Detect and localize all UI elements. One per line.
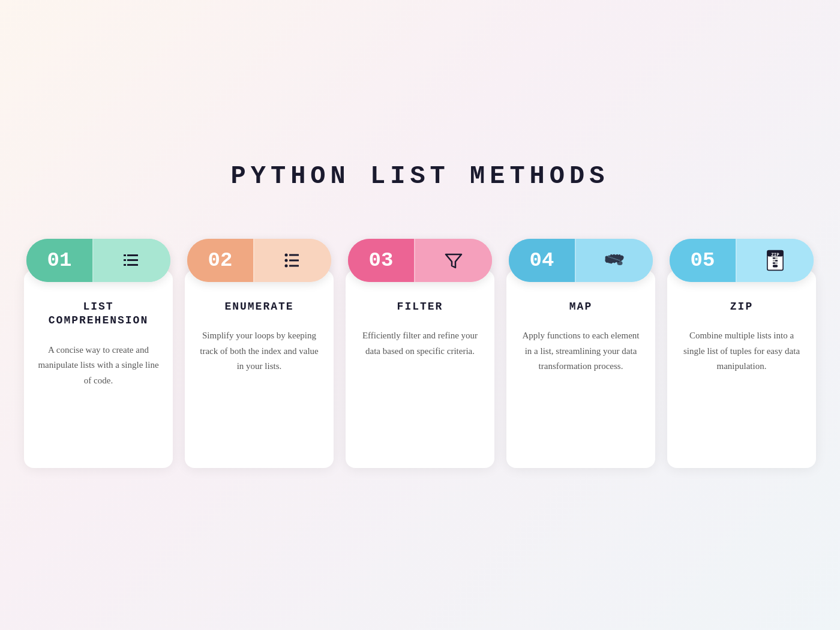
- card-title-4: MAP: [569, 300, 592, 314]
- svg-point-10: [285, 265, 288, 268]
- filter-icon: [415, 239, 492, 282]
- svg-rect-1: [127, 254, 138, 256]
- cards-section: 01 LISTCOMPREHENSION A concise way to cr…: [24, 239, 816, 468]
- svg-point-8: [285, 259, 288, 262]
- card-zip: 05 ZIP ZIP: [667, 239, 816, 468]
- svg-point-12: [617, 261, 623, 265]
- card-title-5: ZIP: [730, 300, 753, 314]
- badge-number-4: 04: [509, 239, 575, 282]
- enumerate-icon: [254, 239, 331, 282]
- card-desc-4: Apply functions to each element in a lis…: [518, 328, 643, 374]
- svg-rect-21: [775, 262, 778, 263]
- card-list-comprehension: 01 LISTCOMPREHENSION A concise way to cr…: [24, 239, 173, 468]
- svg-rect-16: [773, 257, 775, 259]
- card-title-3: FILTER: [397, 300, 443, 314]
- svg-rect-18: [773, 260, 775, 261]
- svg-rect-9: [289, 260, 299, 262]
- card-filter: 03 FILTER Efficiently filter and refine …: [346, 239, 494, 468]
- badge-3: 03: [348, 239, 492, 282]
- svg-text:ZIP: ZIP: [771, 252, 779, 257]
- list-icon: [94, 239, 170, 282]
- badge-2: 02: [187, 239, 331, 282]
- card-enumerate: 02 ENUMERATE Simplify your loops by keep…: [185, 239, 334, 468]
- card-box-4: MAP Apply functions to each element in a…: [506, 270, 655, 468]
- svg-point-6: [285, 254, 288, 257]
- map-icon: [576, 239, 653, 282]
- badge-number-2: 02: [187, 239, 253, 282]
- card-box-3: FILTER Efficiently filter and refine you…: [346, 270, 494, 468]
- svg-rect-5: [127, 264, 138, 266]
- badge-number-3: 03: [348, 239, 414, 282]
- card-desc-3: Efficiently filter and refine your data …: [358, 328, 482, 359]
- card-title-2: ENUMERATE: [224, 300, 293, 314]
- svg-rect-17: [775, 257, 778, 259]
- svg-rect-7: [289, 254, 299, 256]
- badge-number-1: 01: [26, 239, 92, 282]
- svg-rect-11: [289, 265, 299, 267]
- card-box-1: LISTCOMPREHENSION A concise way to creat…: [24, 270, 173, 468]
- svg-rect-19: [775, 260, 778, 261]
- badge-number-5: 05: [670, 239, 736, 282]
- card-box-2: ENUMERATE Simplify your loops by keeping…: [185, 270, 334, 468]
- page-title: PYTHON LIST METHODS: [231, 162, 610, 191]
- card-box-5: ZIP Combine multiple lists into a single…: [667, 270, 816, 468]
- svg-rect-3: [127, 259, 138, 261]
- zip-icon: ZIP: [737, 239, 814, 282]
- card-map: 04 MAP Apply functions to each element i…: [506, 239, 655, 468]
- badge-5: 05 ZIP: [670, 239, 814, 282]
- badge-4: 04: [509, 239, 653, 282]
- svg-rect-2: [124, 259, 126, 261]
- card-desc-5: Combine multiple lists into a single lis…: [679, 328, 804, 374]
- svg-rect-22: [773, 265, 778, 267]
- card-desc-2: Simplify your loops by keeping track of …: [197, 328, 322, 374]
- card-title-1: LISTCOMPREHENSION: [49, 300, 148, 328]
- badge-1: 01: [26, 239, 170, 282]
- svg-rect-0: [124, 254, 126, 256]
- card-desc-1: A concise way to create and manipulate l…: [36, 343, 161, 389]
- svg-rect-20: [773, 262, 775, 263]
- svg-rect-4: [124, 264, 126, 266]
